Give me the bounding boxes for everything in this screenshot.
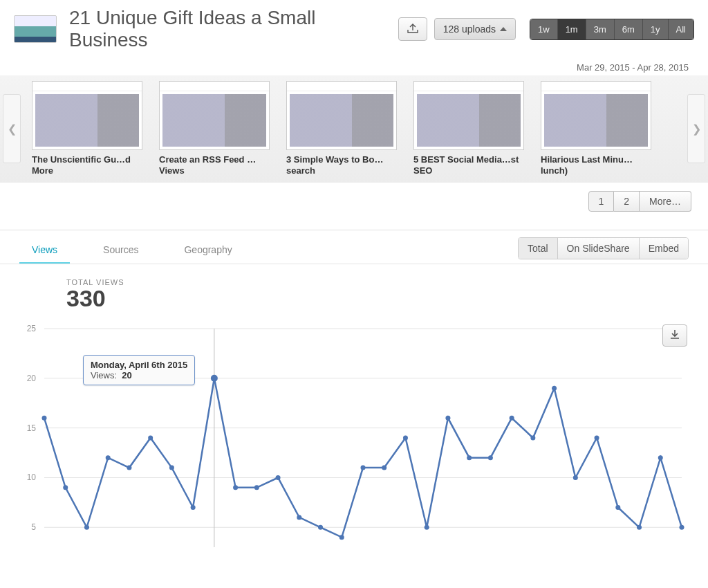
slide-card[interactable]: The Unscientific Gu…d More [32, 81, 142, 177]
download-chart-button[interactable] [662, 324, 687, 347]
svg-point-26 [361, 465, 366, 470]
view-mode-embed[interactable]: Embed [640, 238, 688, 259]
svg-point-13 [84, 524, 89, 529]
tooltip-views-value: 20 [122, 370, 131, 380]
carousel-prev[interactable]: ❮ [3, 94, 21, 163]
svg-point-29 [425, 524, 429, 529]
svg-point-27 [382, 465, 386, 470]
time-range-6m[interactable]: 6m [615, 19, 643, 39]
time-range-1m[interactable]: 1m [558, 19, 586, 39]
svg-point-35 [552, 385, 557, 390]
tab-geography[interactable]: Geography [171, 237, 244, 264]
svg-point-19 [211, 374, 218, 381]
svg-point-14 [106, 455, 111, 460]
uploads-dropdown[interactable]: 128 uploads [434, 18, 516, 40]
svg-point-39 [637, 524, 642, 529]
time-range-all[interactable]: All [669, 19, 693, 39]
svg-text:25: 25 [27, 324, 37, 333]
slide-thumbnail[interactable] [32, 81, 142, 150]
svg-text:15: 15 [27, 423, 37, 432]
svg-text:5: 5 [31, 522, 36, 532]
carousel-next[interactable]: ❯ [687, 94, 705, 163]
svg-point-40 [658, 455, 663, 460]
total-views-value: 330 [66, 285, 683, 312]
slide-title: 3 Simple Ways to Bo…search [286, 154, 397, 177]
svg-point-41 [680, 524, 684, 529]
tooltip-date: Monday, April 6th 2015 [91, 360, 187, 370]
presentation-thumbnail[interactable] [14, 15, 57, 43]
svg-text:10: 10 [27, 472, 37, 482]
slide-card[interactable]: Hilarious Last Minu…lunch) [541, 81, 651, 177]
uploads-label: 128 uploads [443, 24, 496, 35]
main-tabs: ViewsSourcesGeography [19, 237, 266, 264]
svg-point-28 [403, 435, 408, 440]
date-range-label: Mar 29, 2015 - Apr 28, 2015 [0, 58, 708, 75]
slide-thumbnail[interactable] [413, 81, 524, 150]
chevron-left-icon: ❮ [8, 122, 17, 136]
slide-card[interactable]: 5 BEST Social Media…st SEO [413, 81, 524, 177]
pager: 12More… [0, 183, 708, 220]
svg-point-22 [276, 475, 281, 479]
slide-title: The Unscientific Gu…d More [32, 154, 142, 177]
pager-more[interactable]: More… [640, 191, 691, 212]
svg-point-38 [615, 505, 620, 510]
svg-point-15 [127, 465, 131, 470]
svg-point-32 [488, 455, 493, 460]
svg-point-34 [530, 435, 535, 440]
svg-point-33 [510, 415, 514, 420]
svg-point-12 [63, 485, 68, 490]
view-mode-switch: TotalOn SlideShareEmbed [518, 237, 689, 259]
svg-point-36 [573, 475, 578, 479]
view-mode-on-slideshare[interactable]: On SlideShare [558, 238, 640, 259]
svg-point-37 [595, 435, 599, 440]
tab-sources[interactable]: Sources [91, 237, 151, 264]
slide-title: Create an RSS Feed … Views [159, 154, 270, 177]
svg-point-20 [233, 485, 238, 490]
pager-2[interactable]: 2 [614, 191, 640, 212]
svg-point-21 [254, 485, 259, 490]
slide-thumbnail[interactable] [159, 81, 270, 150]
svg-point-16 [148, 435, 153, 440]
svg-point-23 [297, 515, 301, 520]
slide-thumbnail[interactable] [286, 81, 397, 150]
slide-card[interactable]: 3 Simple Ways to Bo…search [286, 81, 397, 177]
svg-point-25 [339, 535, 344, 540]
tooltip-views-label: Views: [91, 370, 117, 380]
slides-strip: The Unscientific Gu…d MoreCreate an RSS … [25, 81, 683, 177]
time-range-1y[interactable]: 1y [643, 19, 669, 39]
slide-title: Hilarious Last Minu…lunch) [541, 154, 651, 177]
chart-tooltip: Monday, April 6th 2015 Views: 20 [83, 355, 195, 385]
time-range-switch: 1w1m3m6m1yAll [530, 19, 694, 40]
chevron-right-icon: ❯ [692, 122, 701, 136]
svg-point-24 [318, 524, 323, 529]
time-range-1w[interactable]: 1w [530, 19, 558, 39]
svg-point-30 [445, 415, 450, 420]
slide-thumbnail[interactable] [541, 81, 651, 150]
slide-title: 5 BEST Social Media…st SEO [413, 154, 524, 177]
pager-1[interactable]: 1 [588, 191, 615, 212]
svg-point-11 [42, 415, 47, 420]
slide-card[interactable]: Create an RSS Feed … Views [159, 81, 270, 177]
time-range-3m[interactable]: 3m [586, 19, 615, 39]
svg-text:20: 20 [27, 373, 37, 383]
svg-point-31 [467, 455, 472, 460]
caret-up-icon [500, 27, 507, 31]
svg-point-17 [169, 465, 174, 470]
upload-icon [407, 23, 419, 36]
upload-button[interactable] [398, 17, 427, 41]
svg-point-18 [191, 505, 196, 510]
download-icon [670, 329, 680, 342]
view-mode-total[interactable]: Total [519, 238, 558, 259]
tab-views[interactable]: Views [19, 237, 70, 264]
page-title: 21 Unique Gift Ideas a Small Business [69, 7, 391, 51]
